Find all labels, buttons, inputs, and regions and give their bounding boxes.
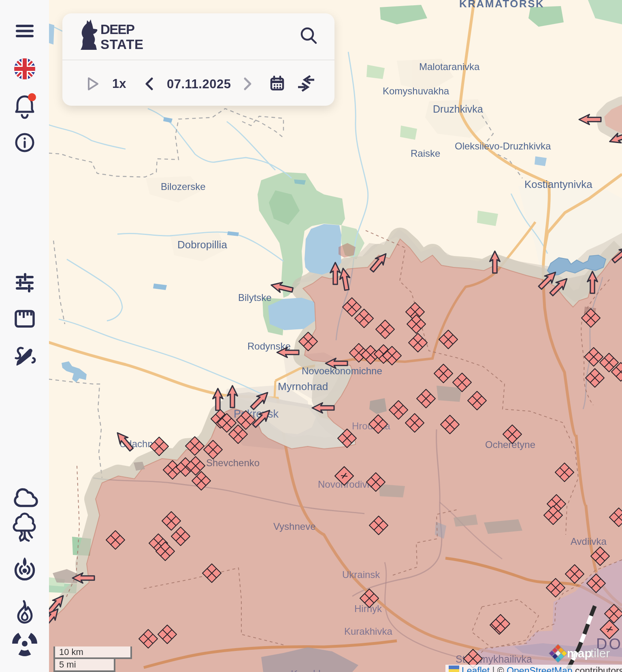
svg-text:Ukrainsk: Ukrainsk: [342, 569, 380, 580]
svg-text:Kostiantynivka: Kostiantynivka: [524, 178, 592, 190]
svg-text:Avdiivka: Avdiivka: [571, 536, 607, 547]
svg-text:Dobropillia: Dobropillia: [177, 239, 227, 251]
svg-text:1x: 1x: [112, 77, 126, 91]
svg-text:Myrnohrad: Myrnohrad: [278, 380, 328, 393]
svg-text:Novoekonomichne: Novoekonomichne: [302, 365, 382, 376]
svg-text:KRAMATORSK: KRAMATORSK: [459, 0, 544, 10]
svg-text:Vyshneve: Vyshneve: [273, 521, 316, 532]
svg-text:Bilozerske: Bilozerske: [161, 181, 206, 192]
svg-text:map: map: [567, 646, 592, 660]
svg-text:Druzhkivka: Druzhkivka: [433, 103, 483, 115]
svg-text:Kurakhove: Kurakhove: [291, 668, 341, 672]
svg-text:STATE: STATE: [100, 37, 143, 52]
svg-text:Raiske: Raiske: [411, 148, 440, 159]
svg-text:tiler: tiler: [590, 646, 610, 660]
svg-text:Shevchenko: Shevchenko: [206, 457, 260, 468]
svg-text:07.11.2025: 07.11.2025: [167, 77, 231, 91]
svg-text:Malotaranivka: Malotaranivka: [419, 61, 480, 72]
svg-text:DEEP: DEEP: [100, 22, 135, 37]
svg-text:Komyshuvakha: Komyshuvakha: [383, 85, 449, 96]
svg-text:Oleksiievo-Druzhkivka: Oleksiievo-Druzhkivka: [455, 141, 551, 151]
svg-text:Bilytske: Bilytske: [238, 292, 272, 303]
svg-text:Kurakhivka: Kurakhivka: [344, 626, 392, 637]
